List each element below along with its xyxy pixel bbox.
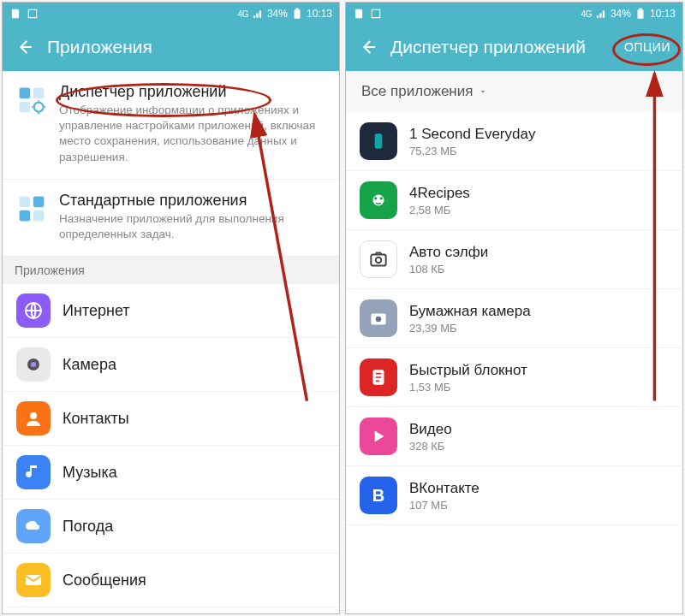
options-button[interactable]: ОПЦИИ: [624, 40, 670, 54]
app-manager-title: Диспетчер приложений: [59, 83, 325, 101]
app-row[interactable]: Музыка: [3, 446, 339, 500]
chevron-down-icon: [478, 86, 488, 97]
network-label: 4G: [581, 9, 592, 19]
page-title: Приложения: [47, 37, 327, 57]
svg-point-15: [30, 412, 37, 419]
app-row[interactable]: Авто сэлфи 108 КБ: [346, 230, 682, 289]
svg-rect-4: [20, 88, 31, 99]
appbar: Диспетчер приложений ОПЦИИ: [346, 25, 682, 71]
svg-point-25: [380, 197, 383, 199]
app-size: 107 МБ: [409, 499, 480, 512]
app-icon: [16, 347, 51, 382]
app-row[interactable]: 1 Second Everyday 75,23 МБ: [346, 112, 682, 171]
back-icon[interactable]: [358, 38, 377, 56]
app-manager-icon: [16, 85, 47, 116]
signal-icon: [595, 8, 607, 20]
default-apps-desc: Назначение приложений для выполнения опр…: [59, 211, 325, 242]
screenshot-icon: [27, 8, 39, 20]
app-row[interactable]: Погода: [3, 500, 339, 554]
content: Все приложения 1 Second Everyday 75,23 М…: [346, 71, 682, 613]
setting-default-apps[interactable]: Стандартные приложения Назначение прилож…: [3, 180, 339, 257]
phone-left: 4G 34% 10:13 Приложения Диспетчер прилож…: [2, 2, 340, 614]
app-row[interactable]: 4Recipes 2,58 МБ: [346, 171, 682, 230]
page-title: Диспетчер приложений: [390, 37, 611, 57]
svg-rect-2: [294, 9, 300, 18]
app-size: 75,23 МБ: [409, 145, 535, 157]
app-label: Контакты: [63, 410, 129, 428]
battery-text: 34%: [611, 8, 631, 20]
svg-rect-1: [28, 9, 36, 17]
svg-point-24: [374, 197, 377, 199]
svg-rect-20: [637, 9, 643, 18]
app-icon: [16, 293, 51, 328]
svg-rect-19: [372, 9, 379, 17]
signal-icon: [252, 8, 264, 20]
app-size: 23,39 МБ: [409, 322, 531, 335]
network-label: 4G: [238, 9, 248, 19]
statusbar: 4G 34% 10:13: [3, 3, 339, 25]
app-size: 2,58 МБ: [409, 204, 470, 216]
appbar: Приложения: [3, 25, 339, 71]
clock-text: 10:13: [650, 8, 676, 20]
default-apps-title: Стандартные приложения: [59, 192, 325, 210]
svg-rect-26: [371, 255, 385, 266]
app-row[interactable]: Интернет: [3, 284, 339, 338]
svg-rect-22: [375, 133, 383, 148]
screenshot-icon: [370, 8, 382, 20]
app-name: Бумажная камера: [409, 303, 531, 320]
filter-label: Все приложения: [361, 83, 473, 100]
svg-rect-10: [20, 210, 31, 222]
sim-icon: [9, 8, 21, 20]
app-icon: [360, 418, 397, 455]
setting-app-manager[interactable]: Диспетчер приложений Отображение информа…: [3, 71, 339, 180]
battery-icon: [291, 8, 303, 20]
app-label: Музыка: [63, 464, 117, 482]
app-row[interactable]: Быстрый блокнот 1,53 МБ: [346, 348, 682, 407]
app-icon: [360, 181, 397, 219]
app-size: 1,53 МБ: [409, 381, 527, 394]
app-name: 1 Second Everyday: [409, 126, 535, 143]
app-icon: [16, 455, 51, 489]
app-name: 4Recipes: [409, 185, 470, 202]
svg-rect-21: [639, 9, 642, 10]
sim-icon: [353, 8, 365, 20]
app-row[interactable]: Видео 328 КБ: [346, 407, 682, 466]
svg-rect-6: [20, 102, 31, 113]
app-name: Быстрый блокнот: [409, 362, 527, 379]
app-name: Видео: [409, 421, 452, 438]
app-row[interactable]: Контакты: [3, 392, 339, 446]
app-manager-desc: Отображение информации о приложениях и у…: [59, 103, 325, 165]
app-icon: [360, 299, 397, 337]
section-header: Приложения: [3, 257, 339, 284]
app-icon: [360, 358, 397, 396]
svg-rect-3: [295, 9, 299, 10]
statusbar: 4G 34% 10:13: [346, 3, 682, 25]
clock-text: 10:13: [307, 8, 332, 20]
svg-rect-18: [355, 9, 362, 19]
svg-rect-8: [20, 196, 31, 207]
app-row[interactable]: Сообщения: [3, 554, 339, 607]
svg-point-29: [376, 317, 382, 323]
app-label: Интернет: [63, 302, 130, 320]
svg-rect-11: [33, 210, 45, 222]
app-icon: B: [360, 477, 397, 514]
battery-text: 34%: [267, 8, 288, 20]
app-label: Камера: [63, 356, 116, 374]
app-row[interactable]: B ВКонтакте 107 МБ: [346, 466, 682, 525]
app-icon: [16, 401, 51, 435]
svg-point-14: [31, 362, 36, 367]
back-icon[interactable]: [15, 38, 33, 56]
app-size: 108 КБ: [409, 263, 488, 275]
svg-rect-0: [12, 9, 19, 19]
app-icon: [360, 122, 397, 160]
default-apps-icon: [16, 193, 47, 224]
filter-dropdown[interactable]: Все приложения: [346, 71, 682, 112]
app-row[interactable]: Камера: [3, 338, 339, 392]
app-icon: [16, 563, 51, 597]
battery-icon: [634, 8, 646, 20]
svg-point-27: [376, 258, 382, 264]
app-name: ВКонтакте: [409, 480, 480, 497]
app-size: 328 КБ: [409, 440, 452, 453]
app-row[interactable]: Бумажная камера 23,39 МБ: [346, 289, 682, 348]
svg-rect-9: [33, 196, 45, 207]
